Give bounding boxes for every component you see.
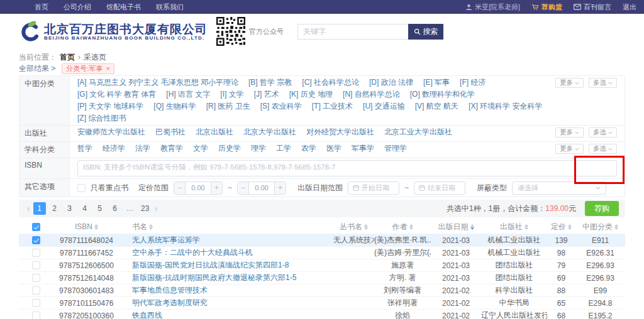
start-date-input[interactable]: 开始日期 bbox=[348, 181, 399, 195]
sort-icon[interactable] bbox=[149, 224, 153, 230]
all-results-link[interactable]: 全部结果 > bbox=[19, 63, 55, 74]
book-title-link[interactable]: 军事地质信息管理技术 bbox=[132, 286, 208, 295]
book-title-link[interactable]: 明代军政考选制度研究 bbox=[132, 298, 208, 307]
publisher-link[interactable]: 北京大学出版社 bbox=[243, 127, 296, 137]
subject-link[interactable]: 农学 bbox=[301, 144, 316, 153]
subject-link[interactable]: 教育学 bbox=[160, 144, 183, 153]
sort-icon[interactable] bbox=[470, 224, 474, 230]
clc-category-link[interactable]: [N] 自然科学总论 bbox=[343, 90, 400, 99]
table-row[interactable]: 9787111648024无人系统军事运筹学无人系统技术与...(美)杰弗里·R… bbox=[19, 234, 625, 246]
publisher-multi-button[interactable]: 多选 bbox=[589, 127, 617, 138]
pagination-page[interactable]: 6 bbox=[109, 202, 121, 215]
col-header-publisher[interactable]: 出版社 bbox=[481, 222, 547, 232]
price-min-value[interactable]: 0.00 bbox=[186, 182, 211, 194]
subject-link[interactable]: 管理学 bbox=[384, 144, 407, 153]
search-button[interactable]: 搜索 bbox=[408, 24, 443, 40]
isbn-input[interactable] bbox=[77, 160, 617, 176]
subject-link[interactable]: 文学 bbox=[193, 144, 208, 153]
filter-tag-military[interactable]: 分类号:军事 × bbox=[62, 63, 114, 74]
sort-icon[interactable] bbox=[525, 224, 528, 230]
topbar-link[interactable]: 首页 bbox=[35, 3, 48, 12]
clc-category-link[interactable]: [V] 航空 航天 bbox=[415, 102, 458, 111]
row-checkbox[interactable] bbox=[32, 261, 40, 269]
logout-button[interactable]: 退出 bbox=[623, 3, 636, 12]
company-logo[interactable]: 北京百万庄图书大厦有限公司 BEIJING BAIWANZHUANG BOOK … bbox=[19, 19, 208, 43]
publisher-link[interactable]: 北京出版社 bbox=[196, 127, 233, 137]
row-checkbox[interactable] bbox=[32, 299, 40, 307]
block-type-select[interactable]: 请选择 bbox=[512, 181, 606, 195]
table-row[interactable]: 9787101150476明代军政考选制度研究张祥明著2021-02中华书局65… bbox=[19, 296, 625, 309]
sort-icon[interactable] bbox=[409, 224, 413, 230]
publisher-link[interactable]: 巴蜀书社 bbox=[155, 127, 186, 137]
pagination-page[interactable]: 2 bbox=[48, 202, 61, 215]
publisher-more-button[interactable]: 更多 bbox=[555, 127, 584, 138]
user-menu[interactable]: 米亚[院系老师] bbox=[465, 3, 520, 12]
minus-button[interactable]: − bbox=[174, 182, 186, 194]
book-title-link[interactable]: 空中杀手：二战中的十大经典战斗机 bbox=[132, 248, 253, 257]
clc-category-link[interactable]: [O] 数理科学和化学 bbox=[410, 90, 475, 99]
recommend-buy-button[interactable]: 荐购 bbox=[585, 201, 619, 216]
filter-tag-close-icon[interactable]: × bbox=[106, 65, 109, 72]
topbar-link[interactable]: 馆配电子书 bbox=[106, 3, 141, 12]
subject-link[interactable]: 历史学 bbox=[218, 144, 241, 153]
plus-button[interactable]: + bbox=[211, 182, 222, 194]
end-date-input[interactable]: 结束日期 bbox=[414, 181, 465, 195]
row-checkbox[interactable] bbox=[32, 274, 40, 282]
subject-link[interactable]: 医学 bbox=[326, 144, 341, 153]
subject-link[interactable]: 哲学 bbox=[77, 144, 92, 153]
col-header-clc[interactable]: 中图分类 bbox=[575, 222, 625, 232]
sort-icon[interactable] bbox=[614, 224, 618, 230]
table-row[interactable]: 9787205100360铁血西线徐焰2021-02辽宁人民出版社发行部68E1… bbox=[19, 309, 625, 319]
table-row[interactable]: 9787111667452空中杀手：二战中的十大经典战斗机(美)吉姆·劳里尔(J… bbox=[19, 246, 625, 259]
subject-link[interactable]: 理学 bbox=[251, 144, 266, 153]
plus-button[interactable]: + bbox=[274, 182, 286, 194]
clc-category-link[interactable]: [R] 医药 卫生 bbox=[206, 102, 250, 111]
subject-more-button[interactable]: 更多 bbox=[555, 144, 584, 154]
clc-category-link[interactable]: [F] 经济 bbox=[460, 78, 486, 87]
select-all-checkbox[interactable] bbox=[32, 223, 40, 231]
clc-category-link[interactable]: [B] 哲学 宗教 bbox=[248, 78, 292, 87]
col-header-isbn[interactable]: ISBN bbox=[53, 222, 119, 231]
breadcrumb-home[interactable]: 首页 bbox=[60, 52, 75, 63]
search-input[interactable] bbox=[297, 24, 408, 40]
row-checkbox[interactable] bbox=[32, 311, 40, 319]
col-header-price[interactable]: 定价 bbox=[547, 222, 575, 232]
row-checkbox[interactable] bbox=[32, 249, 40, 257]
table-row[interactable]: 9787030601483军事地质信息管理技术刘刚等编著2021-02科学出版社… bbox=[19, 284, 625, 296]
clc-category-link[interactable]: [I] 文学 bbox=[220, 90, 243, 99]
clc-category-link[interactable]: [T] 工业技术 bbox=[312, 102, 353, 111]
price-max-value[interactable]: 0.00 bbox=[249, 182, 274, 194]
clc-category-link[interactable]: [U] 交通运输 bbox=[363, 102, 405, 111]
key-books-checkbox[interactable] bbox=[77, 184, 86, 192]
col-header-series[interactable]: 丛书名 bbox=[333, 222, 374, 232]
table-row[interactable]: 9787512614048新版国殇-抗战时期国民政府大撤退秘录第六部1-5方明.… bbox=[19, 271, 625, 284]
table-row[interactable]: 9787512606500新版国殇-国民党对日抗战滇缅战纪实第四部1-8施原著2… bbox=[19, 259, 625, 271]
book-title-link[interactable]: 新版国殇-抗战时期国民政府大撤退秘录第六部1-5 bbox=[132, 273, 296, 282]
clc-category-link[interactable]: [E] 军事 bbox=[423, 78, 450, 87]
clc-category-link[interactable]: [X] 环境科学 安全科学 bbox=[469, 102, 542, 111]
recommend-basket-button[interactable]: 荐购篮 bbox=[531, 3, 562, 12]
sort-icon[interactable] bbox=[568, 224, 572, 230]
clc-category-link[interactable]: [K] 历史 地理 bbox=[289, 90, 333, 99]
clc-category-link[interactable]: [C] 社会科学总论 bbox=[302, 78, 359, 87]
clc-category-link[interactable]: [P] 天文学 地球科学 bbox=[77, 102, 143, 111]
book-title-link[interactable]: 铁血西线 bbox=[132, 311, 162, 319]
clc-category-link[interactable]: [G] 文化 科学 教育 体育 bbox=[77, 90, 156, 99]
col-header-author[interactable]: 作者 bbox=[374, 222, 431, 232]
publisher-link[interactable]: 对外经贸大学出版社 bbox=[306, 127, 374, 137]
topbar-link[interactable]: 联系我们 bbox=[156, 3, 184, 12]
clc-category-link[interactable]: [Q] 生物科学 bbox=[153, 102, 196, 111]
clc-category-link[interactable]: [S] 农业科学 bbox=[260, 102, 302, 111]
col-header-date[interactable]: 出版日期 bbox=[431, 222, 481, 232]
publisher-link[interactable]: 北京工业大学出版社 bbox=[384, 127, 452, 137]
row-checkbox[interactable] bbox=[32, 236, 40, 244]
clc-multi-button[interactable]: 多选 bbox=[589, 78, 617, 88]
clc-more-button[interactable]: 更多 bbox=[555, 78, 584, 88]
subject-link[interactable]: 军事学 bbox=[352, 144, 374, 153]
message-button[interactable]: 百刊留言 bbox=[574, 3, 611, 12]
subject-link[interactable]: 工学 bbox=[276, 144, 291, 153]
clc-category-link[interactable]: [J] 艺术 bbox=[254, 90, 279, 99]
col-header-title[interactable]: 书名 bbox=[119, 222, 333, 232]
next-page-button[interactable]: › bbox=[155, 203, 158, 214]
book-title-link[interactable]: 新版国殇-国民党对日抗战滇缅战纪实第四部1-8 bbox=[132, 261, 289, 269]
